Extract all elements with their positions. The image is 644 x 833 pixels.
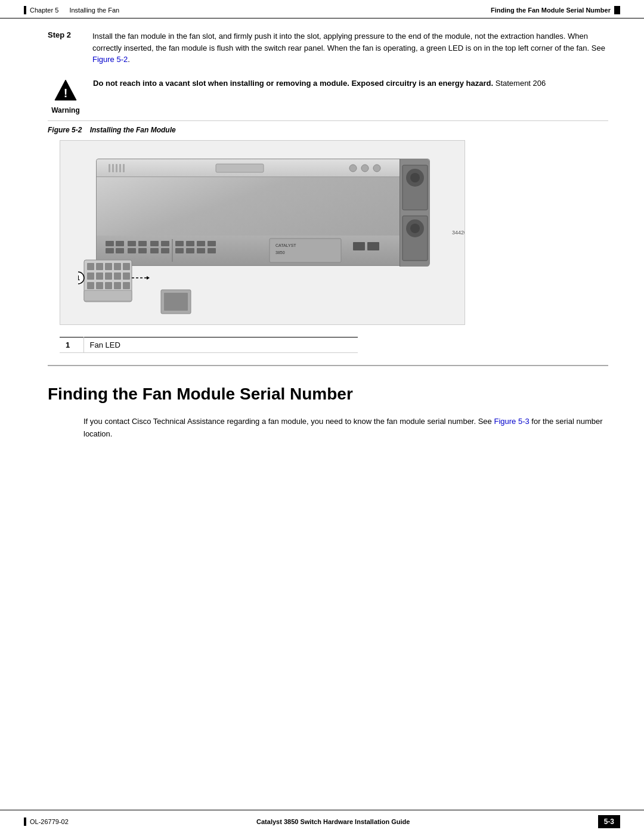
warning-icon-wrap: ! Warning — [48, 78, 83, 114]
svg-rect-29 — [197, 248, 205, 253]
svg-rect-25 — [175, 248, 184, 253]
warning-text-bold: Do not reach into a vacant slot when ins… — [93, 79, 493, 88]
header-left-bar — [24, 6, 26, 14]
svg-text:CATALYST: CATALYST — [275, 243, 296, 247]
svg-rect-49 — [87, 272, 94, 280]
warning-label: Warning — [51, 106, 80, 114]
svg-rect-52 — [114, 272, 121, 280]
svg-rect-24 — [175, 241, 184, 246]
svg-point-8 — [349, 165, 357, 172]
footer-right: 5-3 — [598, 815, 620, 828]
svg-rect-5 — [119, 164, 121, 172]
figure-image: CATALYST 3850 — [60, 140, 465, 325]
warning-triangle-icon: ! — [52, 78, 79, 104]
svg-rect-28 — [197, 241, 205, 246]
svg-rect-26 — [186, 241, 194, 246]
svg-rect-14 — [116, 248, 124, 253]
svg-text:3850: 3850 — [275, 250, 285, 255]
svg-point-42 — [410, 224, 420, 233]
footer-doc-number: OL-26779-02 — [30, 818, 69, 825]
header-chapter-title: Installing the Fan — [69, 7, 119, 14]
svg-rect-22 — [161, 248, 169, 253]
svg-rect-27 — [186, 248, 194, 253]
section-heading: Finding the Fan Module Serial Number — [48, 384, 608, 404]
section-paragraph: If you contact Cisco Technical Assistanc… — [83, 416, 608, 441]
step2-text: Install the fan module in the fan slot, … — [92, 30, 608, 66]
legend-label-1: Fan LED — [83, 337, 358, 352]
warning-text-normal: Statement 206 — [493, 79, 546, 88]
svg-rect-15 — [128, 241, 136, 246]
footer-center-text: Catalyst 3850 Switch Hardware Installati… — [256, 818, 410, 825]
svg-rect-4 — [116, 164, 117, 172]
fan-module-insert: 1 — [78, 257, 194, 318]
svg-rect-56 — [105, 282, 112, 289]
svg-rect-11 — [106, 241, 114, 246]
svg-rect-12 — [106, 248, 114, 253]
svg-point-10 — [373, 165, 380, 172]
header-chapter: Chapter 5 — [30, 7, 58, 14]
legend-number-1: 1 — [60, 337, 83, 352]
svg-rect-51 — [105, 272, 112, 280]
header-right-bar — [614, 6, 620, 14]
svg-rect-45 — [96, 263, 103, 270]
footer-left-bar — [24, 817, 26, 826]
svg-rect-35 — [353, 242, 365, 250]
figure-5-2-link[interactable]: Figure 5-2 — [92, 55, 128, 64]
svg-point-9 — [361, 165, 369, 172]
legend-row-1: 1 Fan LED — [60, 337, 358, 352]
footer-center: Catalyst 3850 Switch Hardware Installati… — [256, 818, 410, 825]
svg-rect-55 — [96, 282, 103, 289]
svg-rect-16 — [128, 248, 136, 253]
svg-rect-17 — [138, 241, 147, 246]
svg-rect-47 — [114, 263, 121, 270]
main-content: Step 2 Install the fan module in the fan… — [0, 18, 644, 453]
step2-text-main: Install the fan module in the fan slot, … — [92, 32, 605, 52]
legend-table: 1 Fan LED — [60, 337, 358, 353]
svg-rect-2 — [109, 164, 110, 172]
header-right: Finding the Fan Module Serial Number — [491, 6, 620, 14]
svg-text:1: 1 — [78, 274, 80, 281]
svg-rect-54 — [87, 282, 94, 289]
page-number: 5-3 — [598, 815, 620, 828]
svg-rect-20 — [150, 248, 159, 253]
svg-text:!: ! — [64, 86, 68, 100]
header-left: Chapter 5 Installing the Fan — [24, 6, 119, 14]
footer-left: OL-26779-02 — [24, 817, 69, 826]
switch-top-panel — [97, 159, 429, 177]
svg-rect-46 — [105, 263, 112, 270]
para-text-start: If you contact Cisco Technical Assistanc… — [83, 417, 494, 426]
step2-block: Step 2 Install the fan module in the fan… — [48, 30, 608, 66]
section-divider — [48, 365, 608, 366]
warning-block: ! Warning Do not reach into a vacant slo… — [48, 78, 608, 121]
svg-rect-30 — [208, 241, 216, 246]
power-connector — [158, 287, 194, 317]
svg-rect-7 — [216, 164, 264, 172]
top-vents — [97, 159, 429, 177]
fan-module-svg: 1 — [78, 257, 150, 317]
svg-rect-48 — [123, 263, 130, 270]
fan-slots-right — [400, 159, 430, 267]
svg-rect-36 — [367, 242, 379, 250]
svg-rect-13 — [116, 241, 124, 246]
svg-point-39 — [410, 173, 420, 182]
svg-rect-31 — [208, 248, 216, 253]
page-header: Chapter 5 Installing the Fan Finding the… — [0, 0, 644, 18]
svg-rect-57 — [114, 282, 121, 289]
header-right-title: Finding the Fan Module Serial Number — [491, 7, 611, 14]
svg-rect-53 — [123, 272, 130, 280]
figure-container: CATALYST 3850 — [48, 140, 608, 325]
step2-label: Step 2 — [48, 30, 80, 66]
svg-rect-18 — [138, 248, 147, 253]
svg-rect-58 — [123, 282, 130, 289]
svg-rect-50 — [96, 272, 103, 280]
figure-label: Figure 5-2 — [48, 126, 82, 134]
svg-marker-63 — [147, 276, 150, 280]
svg-rect-19 — [150, 241, 159, 246]
figure-5-3-link[interactable]: Figure 5-3 — [494, 417, 529, 426]
figure-caption-text: Installing the Fan Module — [90, 126, 176, 134]
figure-side-label: 344201 — [451, 230, 465, 236]
svg-rect-21 — [161, 241, 169, 246]
switch-body: CATALYST 3850 — [96, 159, 430, 266]
warning-text: Do not reach into a vacant slot when ins… — [93, 78, 608, 89]
svg-rect-3 — [112, 164, 114, 172]
